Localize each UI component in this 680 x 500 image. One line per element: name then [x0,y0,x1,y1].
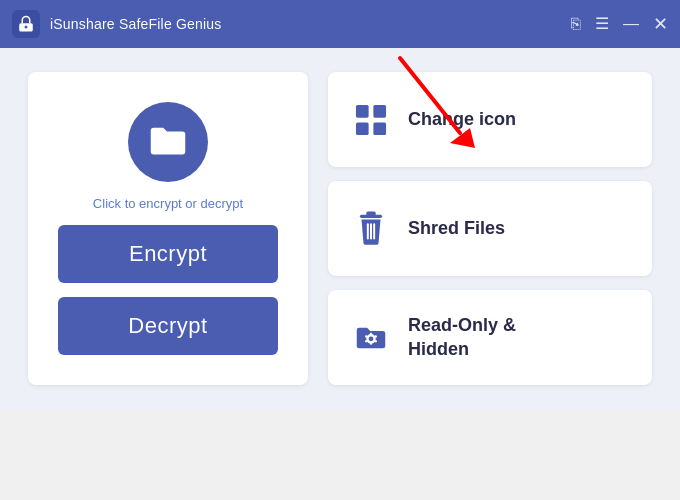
shred-files-label: Shred Files [408,217,505,240]
share-icon[interactable]: ⎘ [571,16,581,32]
svg-point-19 [365,339,367,341]
svg-rect-7 [373,122,386,135]
folder-icon-circle [128,102,208,182]
folder-icon [145,119,191,165]
menu-icon[interactable]: ☰ [595,16,609,32]
app-icon [12,10,40,38]
svg-point-16 [370,342,372,344]
close-icon[interactable]: ✕ [653,15,668,33]
main-content: Click to encrypt or decrypt Encrypt Decr… [0,48,680,409]
window-title: iSunshare SafeFile Genius [50,16,571,32]
trash-icon [352,210,390,248]
svg-rect-5 [373,104,386,117]
read-only-hidden-label: Read-Only &Hidden [408,314,516,361]
title-bar: iSunshare SafeFile Genius ⎘ ☰ — ✕ [0,0,680,48]
shred-files-card[interactable]: Shred Files [328,181,652,276]
window-controls: ⎘ ☰ — ✕ [571,15,668,33]
minimize-icon[interactable]: — [623,16,639,32]
decrypt-button[interactable]: Decrypt [58,297,278,355]
svg-point-18 [375,335,377,337]
svg-point-1 [25,26,28,29]
svg-point-17 [365,335,367,337]
svg-rect-6 [356,122,369,135]
folder-gear-icon [352,319,390,357]
svg-point-15 [370,332,372,334]
svg-point-20 [375,339,377,341]
svg-point-14 [369,336,374,341]
change-icon-label: Change icon [408,108,516,131]
left-panel: Click to encrypt or decrypt Encrypt Decr… [28,72,308,385]
grid-icon [352,101,390,139]
click-hint: Click to encrypt or decrypt [93,196,243,211]
read-only-hidden-card[interactable]: Read-Only &Hidden [328,290,652,385]
change-icon-card[interactable]: Change icon [328,72,652,167]
svg-rect-4 [356,104,369,117]
encrypt-button[interactable]: Encrypt [58,225,278,283]
svg-rect-9 [366,211,376,215]
right-panel: Change icon Shred Files [328,72,652,385]
